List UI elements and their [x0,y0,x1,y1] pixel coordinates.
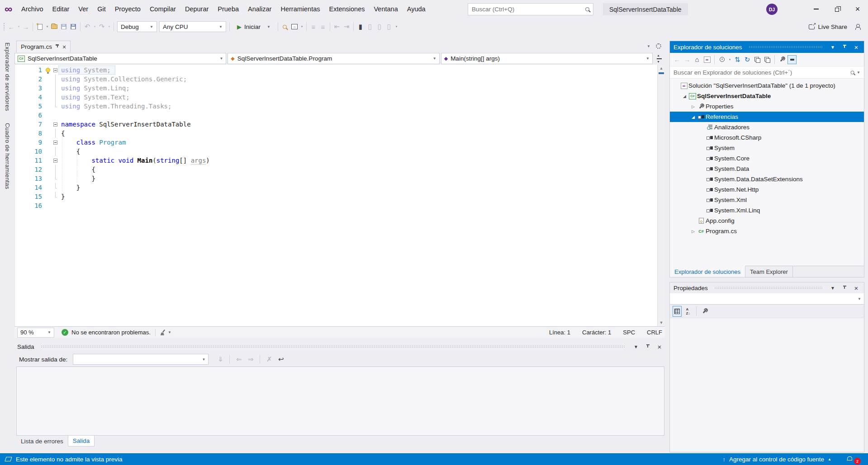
code-line[interactable]: 14 } [15,183,657,192]
tree-item[interactable]: System.Net.Http [670,184,864,195]
scroll-down-icon[interactable]: ▼ [658,320,665,325]
menu-analizar[interactable]: Analizar [243,0,276,18]
window-position-chevron-icon[interactable]: ▼ [829,286,837,291]
notification-badge[interactable]: 2 [854,458,861,465]
start-debug-button[interactable]: ▶ Iniciar ▼ [233,21,274,33]
project-dropdown[interactable]: C# SqlServerInsertDataTable ▼ [14,53,226,64]
window-position-chevron-icon[interactable]: ▼ [829,45,837,50]
menu-depurar[interactable]: Depurar [180,0,213,18]
code-line[interactable]: 9 class Program [15,138,657,147]
expander-icon[interactable]: ▷ [690,229,697,234]
sync-active-document-icon[interactable]: ⇅ [733,54,742,65]
refresh-icon[interactable]: ↻ [743,54,752,65]
categorized-icon[interactable] [673,306,682,317]
output-source-combo[interactable]: ▼ [73,354,209,365]
code-cleanup-icon[interactable] [160,329,166,335]
pending-changes-icon[interactable] [717,54,726,65]
tree-item[interactable]: ◢Referencias [670,112,864,122]
tree-item[interactable]: System.Data [670,164,864,174]
close-tab-icon[interactable]: × [62,44,66,50]
user-avatar[interactable]: DJ [766,4,778,15]
split-window-button[interactable] [654,53,665,64]
home-icon[interactable]: ⌂ [693,54,702,65]
fold-toggle[interactable] [52,120,58,129]
menu-herramientas[interactable]: Herramientas [276,0,324,18]
solution-explorer-header[interactable]: Explorador de soluciones ▼ × [670,41,864,53]
sort-alphabetical-icon[interactable]: AZ↓ [683,306,693,317]
fold-toggle[interactable] [52,138,58,147]
tab-explorador-de-soluciones[interactable]: Explorador de soluciones [670,266,745,277]
window-position-chevron-icon[interactable]: ▼ [632,344,640,349]
tab-program-cs[interactable]: Program.cs × [16,41,71,52]
nav-back-icon[interactable]: ← [7,21,16,32]
wrench-icon[interactable] [778,54,787,65]
expander-icon[interactable]: ▷ [690,104,697,109]
code-line[interactable]: 3using System.Linq; [15,84,657,93]
code-line[interactable]: 4using System.Text; [15,93,657,102]
chevron-up-icon[interactable]: ▲ [828,457,831,461]
tab-options-gear-icon[interactable] [656,43,661,49]
collapse-all-icon[interactable] [753,54,762,65]
menu-prueba[interactable]: Prueba [213,0,243,18]
code-line[interactable]: 7namespace SqlServerInsertDataTable [15,120,657,129]
menu-git[interactable]: Git [93,0,110,18]
view-switch-icon[interactable]: ∞ [702,54,711,65]
bookmark-icon[interactable]: ▮ [356,21,365,32]
code-line[interactable]: 12 { [15,165,657,174]
tree-item[interactable]: Microsoft.CSharp [670,132,864,143]
properties-object-combo[interactable]: ▼ [670,293,864,305]
menu-proyecto[interactable]: Proyecto [110,0,145,18]
tree-item[interactable]: Analizadores [670,122,864,132]
save-icon[interactable] [59,21,68,32]
code-line[interactable]: 11 static void Main(string[] args) [15,156,657,165]
code-line[interactable]: 15} [15,192,657,201]
code-line[interactable]: 1using System; [15,66,657,75]
tree-item[interactable]: ▷C#Program.cs [670,226,864,236]
active-files-chevron-icon[interactable]: ▼ [647,44,650,48]
tree-item[interactable]: System.Xml [670,195,864,205]
code-line[interactable]: 10 { [15,147,657,156]
tab-team-explorer[interactable]: Team Explorer [745,266,793,277]
feedback-icon[interactable] [855,24,862,29]
menu-ayuda[interactable]: Ayuda [403,0,430,18]
tree-item[interactable]: ∞Solución "SqlServerInsertDataTable" (1 … [670,80,864,91]
nav-forward-icon[interactable]: → [21,21,30,32]
char-indicator[interactable]: Carácter: 1 [582,329,611,336]
nav-back-icon[interactable]: ← [673,54,682,65]
expander-icon[interactable]: ◢ [681,94,688,99]
menu-compilar[interactable]: Compilar [145,0,180,18]
open-file-icon[interactable] [50,21,59,32]
nav-forward-icon[interactable]: → [683,54,692,65]
minimize-button[interactable] [806,0,826,18]
notifications-bell-icon[interactable] [847,456,852,462]
tree-item[interactable]: ▷Properties [670,101,864,112]
tree-item[interactable]: System.Core [670,153,864,164]
preview-selected-items-toggle[interactable] [787,54,797,65]
pin-icon[interactable] [644,344,652,349]
code-line[interactable]: 16 [15,201,657,210]
type-dropdown[interactable]: ◆ SqlServerInsertDataTable.Program ▼ [228,53,439,64]
expander-icon[interactable]: ◢ [690,115,697,119]
lightbulb-icon[interactable] [46,68,50,72]
tab-lista-de-errores[interactable]: Lista de errores [16,436,68,446]
line-indicator[interactable]: Línea: 1 [549,329,570,336]
solution-platform-combo[interactable]: Any CPU ▼ [159,21,226,32]
pin-icon[interactable] [55,44,59,49]
live-share-button[interactable]: Live Share [809,23,847,30]
side-tab[interactable]: Cuadro de herramientas [4,123,11,189]
properties-pages-icon[interactable] [763,54,772,65]
solution-explorer-search[interactable]: Buscar en Explorador de soluciones (Ctrl… [670,66,864,79]
menu-ver[interactable]: Ver [74,0,93,18]
code-line[interactable]: 5using System.Threading.Tasks; [15,102,657,111]
editor-vertical-scrollbar[interactable]: ▲ ▼ [657,65,665,326]
restore-button[interactable] [826,0,847,18]
scroll-up-icon[interactable]: ▲ [658,66,665,70]
save-all-icon[interactable] [69,21,78,32]
code-line[interactable]: 13 } [15,174,657,183]
code-line[interactable]: 8{ [15,129,657,138]
profiler-search-icon[interactable] [280,21,289,32]
code-line[interactable]: 6 [15,111,657,120]
close-icon[interactable]: × [655,343,664,351]
tree-item[interactable]: System [670,143,864,153]
chevron-down-icon[interactable]: ▼ [168,330,171,334]
